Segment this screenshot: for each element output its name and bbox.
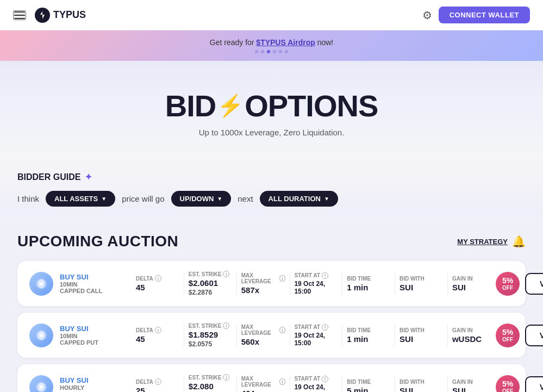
asset-icon	[29, 375, 53, 393]
my-strategy-link[interactable]: MY STRATEGY	[457, 238, 508, 246]
divider	[236, 273, 237, 295]
asset-name: BUY SUI	[60, 376, 102, 384]
divider	[395, 376, 395, 393]
max-leverage-col: MAX LEVERAGE i 587x	[241, 272, 285, 295]
view-button[interactable]: VIEW	[525, 376, 543, 393]
all-duration-button[interactable]: ALL DURATION ▼	[260, 191, 338, 207]
start-at-value: 19 Oct 24, 15:00	[294, 383, 338, 393]
hero-section: BID⚡OPTIONS Up to 1000x Leverage, Zero L…	[0, 61, 543, 159]
airdrop-link[interactable]: $TYPUS Airdrop	[256, 38, 315, 47]
gain-in-label: GAIN IN	[452, 379, 496, 385]
max-leverage-label: MAX LEVERAGE i	[241, 324, 285, 336]
max-leverage-info-icon[interactable]: i	[279, 275, 285, 282]
est-strike-info-icon[interactable]: i	[223, 374, 229, 381]
banner-text-after: now!	[315, 38, 333, 47]
est-strike-info-icon[interactable]: i	[223, 271, 229, 277]
start-at-value: 19 Oct 24, 15:00	[294, 332, 338, 347]
bid-time-label: BID TIME	[347, 276, 390, 282]
auction-list: BUY SUI 10MIN CAPPED CALL DELTA i 45 EST…	[17, 261, 526, 392]
bidder-guide-title: BIDDER GUIDE ✦	[17, 172, 526, 182]
card-asset: BUY SUI 10MIN CAPPED PUT	[29, 323, 127, 347]
bell-icon[interactable]: 🔔	[512, 235, 526, 248]
svg-point-1	[40, 282, 43, 285]
delta-info-icon[interactable]: i	[155, 275, 161, 282]
asset-icon	[29, 272, 53, 296]
connect-wallet-button[interactable]: CONNECT WALLET	[439, 7, 530, 23]
all-assets-button[interactable]: ALL ASSETS ▼	[46, 191, 115, 207]
est-strike-value-1: $2.080	[189, 382, 232, 391]
header-left: TYPUS	[13, 8, 86, 23]
divider	[447, 376, 448, 393]
up-down-button[interactable]: UP/DOWN ▼	[171, 191, 232, 207]
start-at-info-icon[interactable]: i	[322, 272, 328, 279]
est-strike-value-2: $2.2876	[189, 289, 232, 296]
bidder-guide-section: BIDDER GUIDE ✦ I think ALL ASSETS ▼ pric…	[0, 159, 543, 215]
start-at-info-icon[interactable]: i	[322, 324, 328, 331]
est-strike-col: EST. STRIKE i $2.0601 $2.2876	[189, 271, 232, 296]
lightning-icon: ⚡	[217, 93, 244, 119]
hamburger-menu[interactable]	[13, 10, 26, 20]
bid-with-col: BID WITH SUI	[400, 276, 443, 292]
asset-duration: HOURLY	[60, 384, 102, 391]
gain-in-col: GAIN IN SUI	[452, 276, 496, 292]
auction-card: BUY SUI 10MIN CAPPED CALL DELTA i 45 EST…	[17, 261, 526, 306]
guide-row: I think ALL ASSETS ▼ price will go UP/DO…	[17, 191, 526, 207]
bid-with-value: SUI	[400, 334, 443, 344]
delta-info-icon[interactable]: i	[155, 378, 161, 385]
bid-time-col: BID TIME 5 min	[347, 379, 390, 393]
bid-with-value: SUI	[400, 283, 443, 292]
divider	[236, 376, 237, 393]
start-at-value: 19 Oct 24, 15:00	[294, 280, 338, 295]
main-content: UPCOMING AUCTION MY STRATEGY 🔔 BUY SUI 1…	[0, 215, 543, 392]
max-leverage-col: MAX LEVERAGE i 464x	[241, 376, 285, 392]
gain-in-col: GAIN IN SUI	[452, 379, 496, 393]
max-leverage-info-icon[interactable]: i	[279, 378, 285, 385]
max-leverage-value: 464x	[241, 389, 285, 392]
delta-col: DELTA i 45	[136, 327, 179, 344]
divider	[184, 273, 184, 295]
divider	[290, 273, 290, 295]
bid-time-label: BID TIME	[347, 327, 390, 333]
bid-with-col: BID WITH SUI	[400, 379, 443, 393]
header: TYPUS ⚙ CONNECT WALLET	[0, 0, 543, 30]
delta-info-icon[interactable]: i	[155, 327, 161, 333]
view-button[interactable]: VIEW	[525, 273, 543, 295]
divider	[290, 325, 290, 346]
max-leverage-col: MAX LEVERAGE i 560x	[241, 324, 285, 346]
start-at-info-icon[interactable]: i	[322, 376, 328, 382]
est-strike-col: EST. STRIKE i $1.8529 $2.0575	[189, 322, 232, 348]
logo-text: TYPUS	[53, 9, 86, 21]
asset-icon	[29, 323, 53, 347]
announcement-banner: Get ready for $TYPUS Airdrop now!	[0, 30, 543, 61]
max-leverage-info-icon[interactable]: i	[279, 327, 285, 333]
asset-duration: 10MIN	[60, 281, 102, 288]
bid-with-value: SUI	[400, 386, 443, 393]
hero-title: BID⚡OPTIONS	[11, 88, 532, 123]
settings-button[interactable]: ⚙	[422, 9, 432, 22]
start-at-col: START AT i 19 Oct 24, 15:00	[294, 324, 338, 347]
bid-time-value: 5 min	[347, 386, 390, 393]
est-strike-value-2: $2.0575	[189, 340, 232, 348]
auction-card: BUY SUI HOURLY CAPPED CALL DELTA i 25 ES…	[17, 364, 526, 392]
view-button[interactable]: VIEW	[525, 325, 543, 346]
start-at-label: START AT i	[294, 272, 338, 279]
badge-off: OFF	[502, 285, 513, 291]
est-strike-label: EST. STRIKE i	[189, 374, 232, 381]
delta-value: 25	[136, 386, 179, 392]
bid-with-col: BID WITH SUI	[400, 327, 443, 344]
assets-chevron-icon: ▼	[101, 196, 107, 202]
badge-off: OFF	[502, 337, 513, 343]
est-strike-info-icon[interactable]: i	[223, 322, 229, 329]
bid-time-value: 1 min	[347, 334, 390, 344]
logo-icon	[35, 8, 50, 23]
est-strike-value-1: $2.0601	[189, 278, 232, 288]
divider	[447, 273, 448, 295]
bid-time-col: BID TIME 1 min	[347, 276, 390, 292]
delta-label: DELTA i	[136, 275, 179, 282]
gain-in-label: GAIN IN	[452, 276, 496, 282]
guide-i-think: I think	[17, 194, 39, 203]
card-data: DELTA i 25 EST. STRIKE i $2.080 $2.574 M…	[136, 374, 496, 392]
asset-type: CAPPED CALL	[60, 288, 102, 294]
gain-in-col: GAIN IN wUSDC	[452, 327, 496, 344]
guide-next: next	[238, 194, 253, 203]
